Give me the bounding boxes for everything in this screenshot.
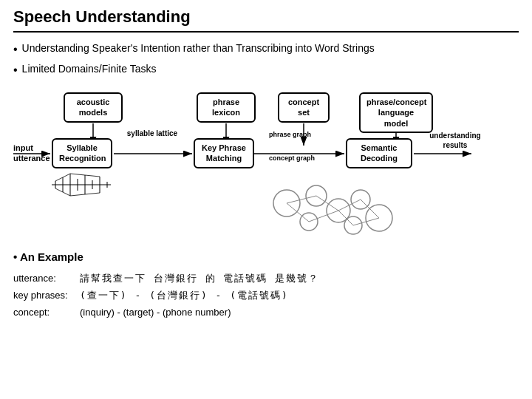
concept-label: concept:	[13, 304, 80, 321]
utterance-label: utterance:	[13, 270, 80, 287]
svg-line-34	[338, 200, 361, 211]
svg-point-26	[306, 185, 327, 206]
label-phrase-graph: phrase graph	[269, 131, 311, 138]
svg-line-35	[361, 200, 379, 218]
svg-line-24	[85, 193, 100, 194]
label-syllable-lattice: syllable lattice	[126, 129, 179, 137]
bullet-2: • Limited Domains/Finite Tasks	[13, 61, 519, 80]
svg-point-31	[300, 213, 318, 231]
label-concept-graph: concept graph	[269, 154, 315, 162]
svg-point-27	[327, 199, 350, 222]
svg-line-39	[353, 218, 379, 225]
box-phrase-concept-model: phrase/conceptlanguage model	[359, 92, 433, 133]
example-section: • An Example utterance: 請幫我查一下 台灣銀行 的 電話…	[13, 248, 519, 321]
svg-line-33	[316, 196, 338, 211]
bullet-dot-2: •	[13, 61, 18, 80]
svg-point-25	[273, 190, 300, 216]
svg-point-29	[366, 205, 392, 231]
box-syllable-recognition: SyllableRecognition	[52, 138, 112, 168]
svg-point-30	[344, 216, 362, 234]
example-title: • An Example	[13, 248, 519, 267]
utterance-value: 請幫我查一下 台灣銀行 的 電話號碼 是幾號？	[80, 270, 519, 287]
bullet-dot-1: •	[13, 40, 18, 59]
label-understanding-results: understandingresults	[426, 131, 485, 150]
svg-line-32	[287, 196, 316, 203]
svg-line-21	[70, 174, 85, 175]
svg-line-19	[55, 174, 70, 181]
key-phrases-value: (查一下) - (台灣銀行) - (電話號碼)	[80, 287, 519, 304]
bullet-1: • Understanding Speaker's Intention rath…	[13, 40, 519, 59]
box-concept-set: conceptset	[278, 92, 330, 123]
svg-line-22	[70, 194, 85, 196]
box-phrase-lexicon: phraselexicon	[197, 92, 256, 123]
bullet-list: • Understanding Speaker's Intention rath…	[13, 40, 519, 79]
key-phrases-label: key phrases:	[13, 287, 80, 304]
box-acoustic-models: acousticmodels	[64, 92, 123, 123]
svg-line-23	[85, 175, 100, 177]
svg-line-38	[287, 203, 309, 222]
svg-line-37	[309, 211, 338, 222]
box-key-phrase-matching: Key PhraseMatching	[194, 138, 254, 168]
box-semantic-decoding: SemanticDecoding	[346, 138, 412, 168]
page-title: Speech Understanding	[13, 7, 519, 33]
diagram: acousticmodels phraselexicon conceptset …	[13, 92, 519, 240]
concept-value: (inquiry) - (target) - (phone number)	[80, 304, 519, 321]
svg-line-36	[338, 211, 353, 225]
svg-line-20	[55, 188, 70, 196]
svg-point-28	[351, 190, 370, 209]
label-input-utterance: inpututterance	[13, 143, 50, 164]
example-grid: utterance: 請幫我查一下 台灣銀行 的 電話號碼 是幾號？ key p…	[13, 270, 519, 321]
